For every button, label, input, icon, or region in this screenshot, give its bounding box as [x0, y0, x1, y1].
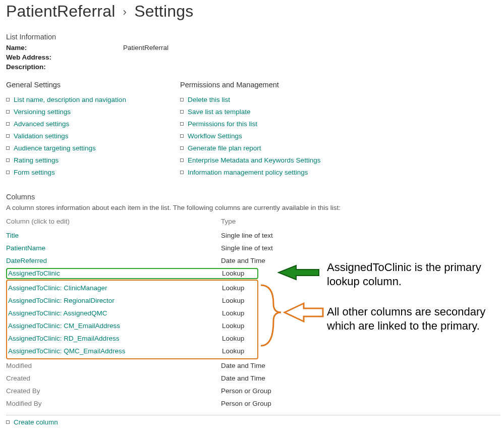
permissions-item: Generate file plan report — [180, 144, 354, 152]
general-settings-item: Form settings — [6, 169, 180, 176]
permissions-link[interactable]: Delete this list — [188, 96, 230, 103]
columns-header-type: Type — [221, 218, 319, 225]
column-name-link[interactable]: AssignedToClinic: QMC_EmailAddress — [8, 347, 126, 355]
general-settings-section: General Settings List name, description … — [6, 81, 180, 181]
column-type: Lookup — [222, 347, 257, 355]
general-settings-link[interactable]: Form settings — [14, 169, 55, 176]
column-type: Lookup — [222, 284, 257, 292]
info-value-name: PatientReferral — [123, 44, 169, 51]
table-row: ModifiedDate and Time — [6, 359, 319, 372]
info-row-web-address: Web Address: — [6, 53, 498, 61]
chevron-right-icon: › — [123, 6, 127, 19]
table-row: AssignedToClinic: QMC_EmailAddressLookup — [8, 345, 257, 357]
table-row: CreatedDate and Time — [6, 372, 319, 385]
annotation-primary-text: AssignedToClinic is the primary lookup c… — [327, 260, 503, 288]
column-name-static: Modified By — [6, 400, 42, 407]
bullet-icon — [6, 146, 10, 150]
column-type: Person or Group — [221, 387, 319, 395]
permissions-item: Delete this list — [180, 96, 354, 103]
bullet-icon — [180, 158, 184, 162]
info-row-name: Name: PatientReferral — [6, 44, 498, 51]
column-type: Date and Time — [221, 362, 319, 369]
columns-section: Columns A column stores information abou… — [6, 193, 498, 426]
column-name-link[interactable]: AssignedToClinic: AssignedQMC — [8, 309, 107, 317]
column-name-link[interactable]: DateReferred — [6, 257, 47, 264]
general-settings-link[interactable]: Audience targeting settings — [14, 144, 96, 152]
column-type: Lookup — [222, 322, 257, 330]
column-name-link[interactable]: AssignedToClinic: RegionalDirector — [8, 297, 115, 304]
permissions-link[interactable]: Save list as template — [188, 108, 251, 116]
columns-header-name: Column (click to edit) — [6, 218, 221, 225]
general-settings-item: Rating settings — [6, 156, 180, 164]
column-name-link[interactable]: PatientName — [6, 244, 45, 252]
table-row: AssignedToClinic: ClinicManagerLookup — [8, 282, 257, 294]
permissions-link[interactable]: Generate file plan report — [188, 144, 261, 152]
general-settings-link[interactable]: Rating settings — [14, 156, 59, 164]
info-label-name: Name: — [6, 44, 123, 51]
column-name-link[interactable]: AssignedToClinic: CM_EmailAddress — [8, 322, 120, 330]
column-name-link[interactable]: AssignedToClinic: RD_EmailAddress — [8, 335, 120, 342]
table-row: Created ByPerson or Group — [6, 385, 319, 397]
bullet-icon — [6, 122, 10, 126]
breadcrumb-list-link[interactable]: PatientReferral — [6, 2, 115, 20]
bullet-icon — [6, 134, 10, 138]
permissions-section: Permissions and Management Delete this l… — [180, 81, 354, 181]
columns-description: A column stores information about each i… — [6, 204, 498, 211]
table-row: DateReferredDate and Time — [6, 254, 319, 267]
column-name-link[interactable]: AssignedToClinic — [8, 270, 60, 277]
column-name-static: Modified — [6, 362, 32, 369]
table-row: AssignedToClinic: CM_EmailAddressLookup — [8, 319, 257, 332]
column-type: Lookup — [222, 335, 257, 342]
bullet-icon — [180, 134, 184, 138]
create-column-link[interactable]: Create column — [14, 418, 58, 426]
bullet-icon — [180, 171, 184, 174]
general-settings-link[interactable]: List name, description and navigation — [14, 96, 126, 103]
permissions-item: Enterprise Metadata and Keywords Setting… — [180, 156, 354, 164]
permissions-item: Workflow Settings — [180, 132, 354, 140]
breadcrumb-current: Settings — [134, 2, 193, 20]
annotation-secondary-text: All other columns are secondary which ar… — [327, 305, 503, 333]
general-settings-item: Versioning settings — [6, 108, 180, 116]
permissions-link[interactable]: Information management policy settings — [188, 169, 308, 176]
table-row: AssignedToClinic: RegionalDirectorLookup — [8, 294, 257, 307]
table-row: AssignedToClinic: AssignedQMCLookup — [8, 307, 257, 319]
column-name-static: Created — [6, 374, 30, 382]
column-name-link[interactable]: Title — [6, 232, 19, 239]
column-name-link[interactable]: AssignedToClinic: ClinicManager — [8, 284, 107, 292]
general-settings-link[interactable]: Versioning settings — [14, 108, 71, 116]
table-row: Modified ByPerson or Group — [6, 397, 319, 410]
bullet-icon — [6, 158, 10, 162]
bullet-icon — [180, 98, 184, 101]
column-type: Person or Group — [221, 400, 319, 407]
general-settings-item: Audience targeting settings — [6, 144, 180, 152]
bullet-icon — [6, 171, 10, 174]
column-type: Lookup — [222, 270, 244, 277]
breadcrumb: PatientReferral › Settings — [6, 2, 498, 26]
permissions-link[interactable]: Workflow Settings — [188, 132, 242, 140]
table-row: PatientNameSingle line of text — [6, 242, 319, 254]
permissions-item: Save list as template — [180, 108, 354, 116]
info-label-description: Description: — [6, 63, 123, 71]
bullet-icon — [180, 110, 184, 114]
permissions-heading: Permissions and Management — [180, 81, 354, 89]
permissions-item: Permissions for this list — [180, 120, 354, 128]
list-info-heading: List Information — [6, 33, 498, 41]
general-settings-heading: General Settings — [6, 81, 180, 89]
permissions-link[interactable]: Permissions for this list — [188, 120, 257, 128]
info-row-description: Description: — [6, 63, 498, 71]
permissions-link[interactable]: Enterprise Metadata and Keywords Setting… — [188, 156, 320, 164]
general-settings-link[interactable]: Advanced settings — [14, 120, 69, 128]
general-settings-item: Validation settings — [6, 132, 180, 140]
orange-highlight-box: AssignedToClinic: ClinicManagerLookupAss… — [6, 280, 258, 359]
general-settings-item: Advanced settings — [6, 120, 180, 128]
bullet-icon — [6, 110, 10, 114]
general-settings-link[interactable]: Validation settings — [14, 132, 69, 140]
bullet-icon — [180, 146, 184, 150]
table-row: AssignedToClinic: RD_EmailAddressLookup — [8, 332, 257, 345]
columns-table: Column (click to edit) Type TitleSingle … — [6, 218, 319, 410]
column-type: Date and Time — [221, 374, 319, 382]
permissions-item: Information management policy settings — [180, 169, 354, 176]
green-highlight-box: AssignedToClinicLookup — [6, 268, 258, 279]
column-type: Single line of text — [221, 232, 319, 239]
columns-heading: Columns — [6, 193, 498, 201]
